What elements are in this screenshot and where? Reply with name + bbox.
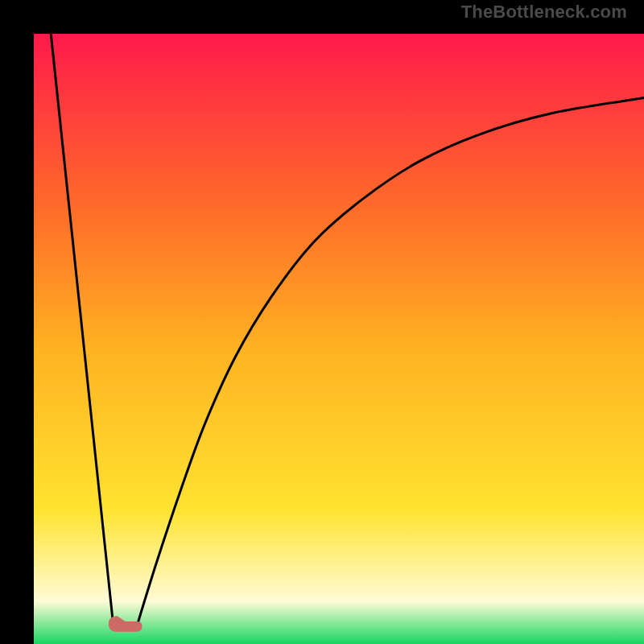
chart-frame: TheBottleneck.com (0, 0, 644, 644)
plot-area (17, 17, 627, 627)
gradient-background (34, 34, 644, 644)
chart-svg (34, 34, 644, 644)
watermark-text: TheBottleneck.com (461, 2, 627, 23)
